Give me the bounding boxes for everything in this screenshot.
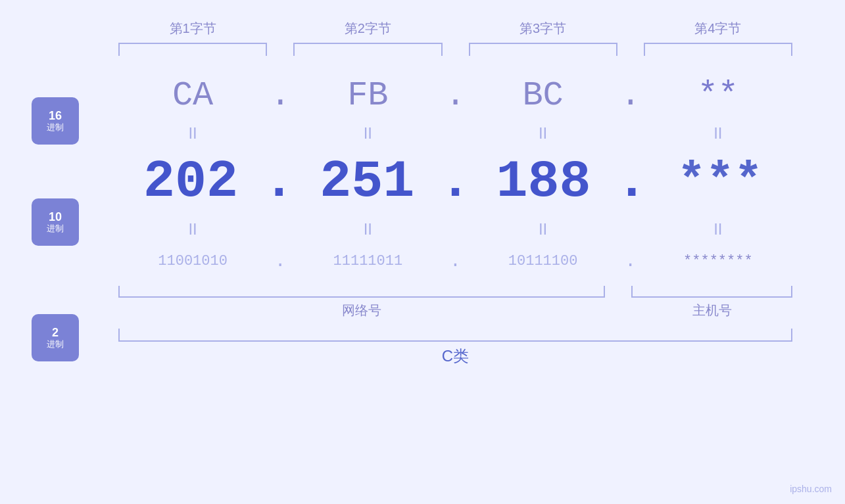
bin-byte2: 11111011 (293, 253, 442, 269)
eq2-b4: II (644, 220, 792, 239)
dec-byte2: 251 (295, 152, 439, 212)
class-label: C类 (118, 346, 792, 367)
bracket-1 (118, 43, 267, 56)
net-label: 网络号 (118, 302, 605, 319)
equals-row-2: II II II II (118, 220, 792, 239)
bin-byte1: 11001010 (118, 253, 267, 269)
page-container: 16 进制 10 进制 2 进制 第1字节 第2字节 第3字节 第4字节 (0, 0, 845, 504)
bin-byte4: ******** (644, 253, 792, 269)
hex-byte2: FB (293, 76, 442, 115)
bin-byte3: 10111100 (469, 253, 617, 269)
col-header-2: 第2字节 (293, 20, 442, 37)
bracket-4 (644, 43, 792, 56)
eq2-b3: II (469, 220, 617, 239)
eq1-b3: II (469, 124, 617, 143)
bracket-row-top (118, 43, 792, 56)
dec-dot3: . (616, 152, 648, 212)
net-bracket (118, 286, 605, 298)
dec-byte1: 202 (118, 152, 263, 212)
dec-dot1: . (263, 152, 295, 212)
hex-dot2: . (443, 76, 469, 115)
class-bracket-wrap: C类 (118, 329, 792, 367)
hex-row: CA . FB . BC . ** (59, 69, 792, 122)
host-bracket (631, 286, 792, 298)
host-label: 主机号 (631, 302, 792, 319)
bin-row: 11001010 . 11111011 . 10111100 . (59, 241, 792, 281)
dec-row: 202 . 251 . 188 . *** (59, 145, 792, 218)
eq1-b2: II (293, 124, 442, 143)
hex-byte3: BC (469, 76, 617, 115)
hex-byte1: CA (118, 76, 267, 115)
bracket-3 (469, 43, 617, 56)
col-header-1: 第1字节 (118, 20, 267, 37)
hex-dot3: . (617, 76, 644, 115)
eq1-b1: II (118, 124, 267, 143)
eq2-b1: II (118, 220, 267, 239)
col-header-3: 第3字节 (469, 20, 617, 37)
hex-cells: CA . FB . BC . ** (118, 76, 792, 115)
bracket-2 (293, 43, 442, 56)
col-headers: 第1字节 第2字节 第3字节 第4字节 (118, 20, 792, 37)
dec-cells: 202 . 251 . 188 . *** (118, 152, 792, 212)
col-header-4: 第4字节 (644, 20, 792, 37)
eq2-b2: II (293, 220, 442, 239)
bin-dot3: . (617, 251, 644, 271)
hex-dot1: . (267, 76, 293, 115)
hex-byte4: ** (644, 76, 792, 115)
bin-cells: 11001010 . 11111011 . 10111100 . (118, 251, 792, 271)
bin-dot1: . (267, 251, 293, 271)
bracket-labels: 网络号 主机号 (118, 302, 792, 319)
equals-row-1: II II II II (118, 124, 792, 143)
main-content: 第1字节 第2字节 第3字节 第4字节 CA (53, 20, 792, 367)
dec-byte3: 188 (471, 152, 616, 212)
eq1-b4: II (644, 124, 792, 143)
dec-dot2: . (439, 152, 471, 212)
bottom-brackets (118, 286, 792, 298)
class-bracket (118, 329, 792, 342)
watermark: ipshu.com (790, 484, 832, 494)
dec-byte4: *** (648, 154, 792, 208)
bin-dot2: . (443, 251, 469, 271)
